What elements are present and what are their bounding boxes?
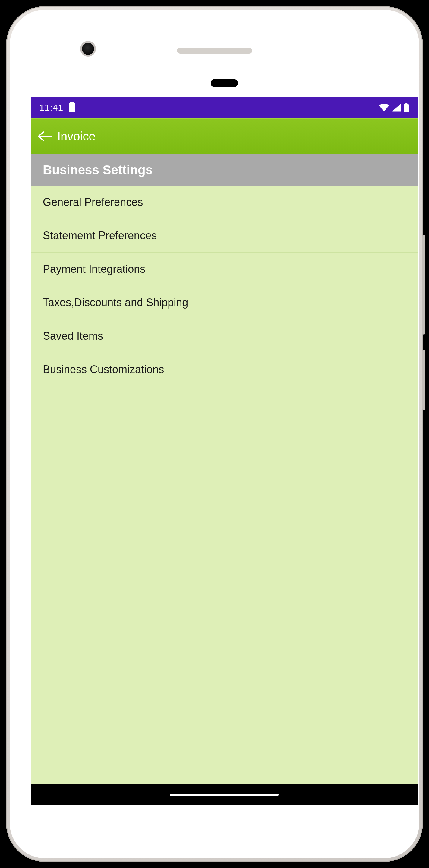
status-time: 11:41 xyxy=(39,102,63,113)
app-title: Invoice xyxy=(57,130,96,143)
list-item-label: Statememt Preferences xyxy=(43,229,157,242)
settings-item-payment-integrations[interactable]: Payment Integrations xyxy=(31,253,418,286)
app-bar: Invoice xyxy=(31,118,418,154)
back-arrow-icon xyxy=(36,130,54,142)
list-item-label: Taxes,Discounts and Shipping xyxy=(43,296,188,309)
volume-button xyxy=(422,235,425,335)
phone-bezel: 11:41 xyxy=(10,10,419,858)
phone-frame: 11:41 xyxy=(6,6,423,862)
list-item-label: Business Customizations xyxy=(43,363,164,375)
sd-card-icon xyxy=(69,103,75,112)
earpiece xyxy=(177,48,252,54)
screen: 11:41 xyxy=(31,70,418,805)
settings-item-taxes-discounts-shipping[interactable]: Taxes,Discounts and Shipping xyxy=(31,286,418,319)
settings-item-saved-items[interactable]: Saved Items xyxy=(31,319,418,353)
settings-item-business-customizations[interactable]: Business Customizations xyxy=(31,353,418,386)
battery-icon xyxy=(404,103,409,112)
back-button[interactable]: Invoice xyxy=(33,128,98,145)
settings-item-statement-preferences[interactable]: Statememt Preferences xyxy=(31,219,418,253)
power-button xyxy=(422,350,425,410)
section-header: Business Settings xyxy=(31,154,418,186)
cell-signal-icon xyxy=(392,104,401,112)
front-camera xyxy=(82,43,94,55)
navigation-bar[interactable] xyxy=(31,784,418,805)
gesture-nav-pill[interactable] xyxy=(170,794,279,796)
list-item-label: General Preferences xyxy=(43,196,143,208)
content-spacer xyxy=(31,485,418,784)
settings-item-general-preferences[interactable]: General Preferences xyxy=(31,186,418,219)
wifi-icon xyxy=(379,104,389,112)
svg-rect-0 xyxy=(404,104,409,112)
status-bar: 11:41 xyxy=(31,97,418,118)
section-title: Business Settings xyxy=(43,163,153,177)
list-item-label: Payment Integrations xyxy=(43,263,145,275)
settings-list: General Preferences Statememt Preference… xyxy=(31,186,418,485)
display-cutout-area xyxy=(31,70,418,97)
display-cutout xyxy=(211,79,238,87)
svg-rect-1 xyxy=(405,103,407,104)
list-item-label: Saved Items xyxy=(43,330,103,342)
